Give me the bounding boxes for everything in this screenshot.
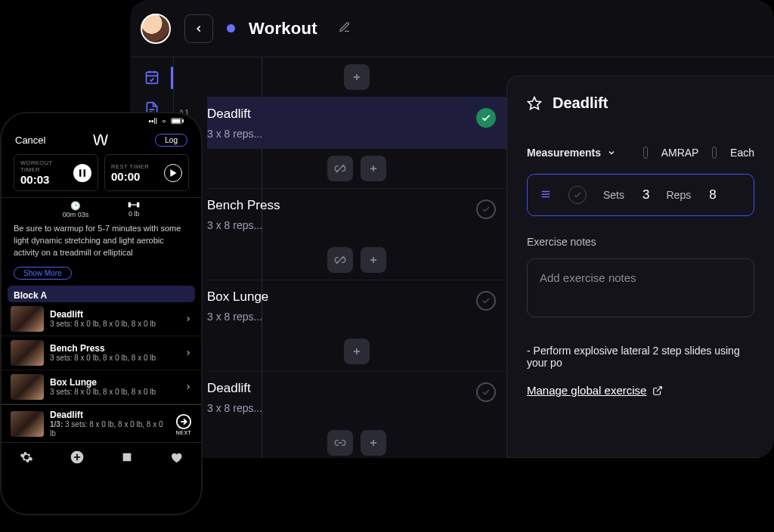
svg-rect-16 (138, 203, 139, 206)
drag-handle-icon[interactable] (540, 189, 552, 202)
battery-icon (171, 118, 184, 125)
workout-editor-panel: Workout A1 Deadlift 3 x 8 reps... A2 Ben… (130, 0, 774, 458)
clock-icon: 🕒 (63, 201, 89, 211)
warmup-note: Be sure to warmup for 5-7 minutes with s… (2, 223, 201, 259)
plus-icon (368, 255, 379, 265)
notes-label: Exercise notes (527, 236, 754, 248)
gear-icon[interactable] (20, 450, 33, 464)
exercise-thumb (11, 306, 44, 332)
mobile-exercise-row[interactable]: Bench Press3 sets: 8 x 0 lb, 8 x 0 lb, 8… (2, 336, 201, 370)
add-exercise-button[interactable] (361, 156, 386, 181)
exercise-list: A1 Deadlift 3 x 8 reps... A2 Bench Press… (174, 57, 506, 458)
workout-timer: WORKOUT TIMER00:03 (14, 154, 98, 191)
back-button[interactable] (184, 14, 213, 43)
show-more-button[interactable]: Show More (14, 267, 72, 280)
link-button[interactable] (327, 430, 353, 456)
edit-title-button[interactable] (339, 21, 351, 36)
plus-icon (368, 163, 379, 174)
plus-icon (351, 346, 362, 357)
dumbbell-icon (128, 201, 140, 210)
svg-rect-20 (123, 453, 132, 462)
svg-rect-15 (129, 203, 131, 206)
check-icon (476, 382, 496, 402)
heart-icon[interactable] (169, 450, 183, 464)
pause-icon (79, 169, 85, 177)
app-logo (91, 133, 110, 147)
pause-button[interactable] (73, 164, 91, 182)
now-playing-bar[interactable]: Deadlift 1/3: 3 sets: 8 x 0 lb, 8 x 0 lb… (2, 404, 201, 442)
record-indicator (227, 24, 235, 32)
add-exercise-button[interactable] (361, 247, 386, 273)
unlink-button[interactable] (327, 247, 353, 273)
exercise-detail-panel: Deadlift Measurements AMRAP Each Sets3 R… (506, 76, 774, 458)
chevron-down-icon (607, 148, 616, 157)
check-icon (476, 291, 496, 311)
unlink-button[interactable] (327, 156, 353, 181)
bottom-tab-bar (2, 442, 201, 472)
cancel-button[interactable]: Cancel (15, 135, 45, 146)
svg-rect-11 (79, 169, 81, 177)
exercise-thumb (11, 340, 44, 366)
manage-global-exercise-link[interactable]: Manage global exercise (527, 384, 754, 397)
avatar[interactable] (141, 14, 171, 44)
svg-rect-12 (84, 169, 85, 177)
chevron-right-icon (184, 382, 192, 392)
chevron-right-icon (184, 314, 192, 324)
play-icon (170, 169, 177, 177)
mobile-exercise-row[interactable]: Box Lunge3 sets: 8 x 0 lb, 8 x 0 lb, 8 x… (2, 370, 201, 404)
add-exercise-button[interactable] (344, 64, 370, 90)
chevron-left-icon (194, 23, 204, 34)
svg-rect-10 (182, 119, 183, 122)
chevron-right-icon (184, 348, 192, 358)
svg-marker-13 (170, 169, 176, 177)
check-icon (476, 200, 496, 219)
set-complete-toggle[interactable] (568, 186, 587, 204)
exercise-row[interactable]: A2 Bench Press 3 x 8 reps... (207, 188, 506, 240)
block-header: Block A (8, 286, 195, 302)
svg-marker-3 (528, 97, 541, 109)
external-link-icon (652, 385, 663, 396)
check-icon (476, 108, 496, 128)
star-icon[interactable] (527, 96, 542, 111)
wifi-icon (159, 118, 169, 125)
exercise-thumb (11, 374, 44, 400)
exercise-notes-input[interactable]: Add exercise notes (527, 258, 754, 317)
exercise-row[interactable]: A3 Box Lunge 3 x 8 reps... (207, 280, 506, 332)
exercise-row[interactable]: B Deadlift 3 x 8 reps... (207, 371, 506, 423)
add-exercise-button[interactable] (344, 339, 370, 364)
calendar-check-icon[interactable] (144, 70, 159, 85)
link-icon (334, 437, 346, 449)
unlink-icon (334, 162, 346, 175)
workout-stats: 🕒00m 03s 0 lb (2, 198, 201, 223)
log-button[interactable]: Log (155, 134, 187, 147)
next-icon (175, 413, 192, 430)
mobile-exercise-row[interactable]: Deadlift3 sets: 8 x 0 lb, 8 x 0 lb, 8 x … (2, 302, 201, 336)
measurements-dropdown[interactable]: Measurements (527, 147, 616, 159)
svg-line-7 (657, 386, 661, 391)
topbar: Workout (130, 0, 774, 57)
plus-icon (368, 438, 379, 448)
amrap-checkbox[interactable] (643, 147, 648, 159)
plus-icon (351, 72, 362, 82)
set-row[interactable]: Sets3 Reps8 (527, 174, 754, 216)
exercise-thumb (11, 411, 44, 437)
svg-rect-9 (172, 119, 180, 122)
instruction-text: - Perform explosive lateral 2 step slide… (527, 345, 754, 369)
add-exercise-button[interactable] (361, 430, 386, 456)
unlink-icon (334, 254, 346, 266)
detail-title: Deadlift (553, 94, 608, 112)
play-button[interactable] (164, 164, 182, 182)
note-icon[interactable] (121, 451, 133, 463)
svg-rect-0 (146, 72, 157, 83)
reps-value[interactable]: 8 (709, 187, 716, 203)
add-circle-icon[interactable] (70, 450, 85, 465)
rest-timer: REST TIMER00:00 (104, 154, 189, 191)
pencil-icon (339, 21, 351, 33)
page-title: Workout (249, 19, 317, 39)
exercise-row[interactable]: A1 Deadlift 3 x 8 reps... (207, 97, 506, 149)
mobile-workout-screen: ••ll Cancel Log WORKOUT TIMER00:03 REST … (0, 112, 203, 515)
next-button[interactable]: NEXT (175, 413, 192, 435)
sets-value[interactable]: 3 (642, 187, 649, 203)
status-bar: ••ll (2, 113, 201, 128)
each-side-checkbox[interactable] (712, 147, 717, 159)
